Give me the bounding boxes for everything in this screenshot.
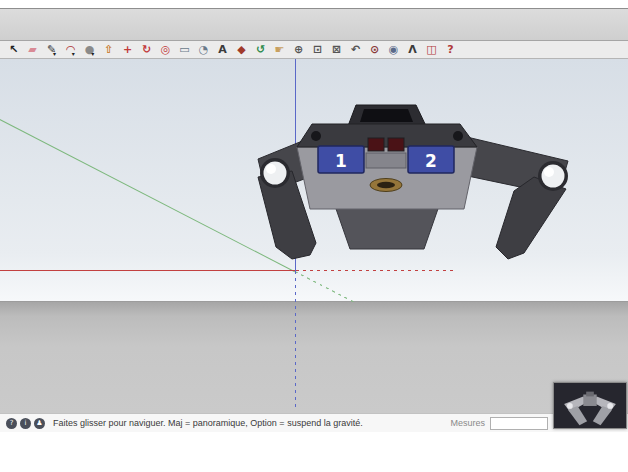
tool-protractor[interactable]: ◔ xyxy=(194,42,213,58)
title-bar[interactable] xyxy=(0,9,628,41)
viewport-3d[interactable]: 1 2 xyxy=(0,59,628,413)
intake-inner xyxy=(377,182,395,188)
left-sphere xyxy=(264,162,287,185)
tool-tape-measure[interactable]: ▭ xyxy=(175,42,194,58)
section-plane-icon: ◫ xyxy=(426,44,436,55)
tool-offset[interactable]: ◎ xyxy=(156,42,175,58)
tool-line[interactable]: ✎▾ xyxy=(42,42,61,58)
blue-axis-negative xyxy=(295,271,296,411)
move-icon: + xyxy=(123,44,132,55)
window-right xyxy=(388,138,404,151)
tool-zoom-extents[interactable]: ⊠ xyxy=(327,42,346,58)
paint-bucket-icon: ◆ xyxy=(237,44,245,55)
orbit-icon: ↺ xyxy=(256,44,265,55)
walk-icon: Λ xyxy=(408,44,417,55)
tool-rotate[interactable]: ↻ xyxy=(137,42,156,58)
right-sphere-highlight xyxy=(544,167,554,177)
tool-arc[interactable]: ◠▾ xyxy=(61,42,80,58)
ground-plane xyxy=(0,301,628,413)
tool-zoom-window[interactable]: ⊡ xyxy=(308,42,327,58)
tool-section-plane[interactable]: ◫ xyxy=(422,42,441,58)
tool-paint-bucket[interactable]: ◆ xyxy=(232,42,251,58)
window-left xyxy=(368,138,384,151)
green-axis-negative xyxy=(295,271,354,302)
panel-1-number: 1 xyxy=(335,151,347,171)
zoom-previous-icon: ↶ xyxy=(351,44,360,55)
model-3d[interactable]: 1 2 xyxy=(230,101,580,261)
left-sphere-highlight xyxy=(266,164,276,174)
tool-pan[interactable]: ☛ xyxy=(270,42,289,58)
rotate-icon: ↻ xyxy=(142,44,151,55)
measurements-label: Mesures xyxy=(450,418,485,428)
tool-move[interactable]: + xyxy=(118,42,137,58)
tool-push-pull[interactable]: ⇧ xyxy=(99,42,118,58)
dropdown-arrow-icon: ▾ xyxy=(53,50,56,57)
info-icon[interactable]: i xyxy=(20,418,31,429)
tool-zoom-previous[interactable]: ↶ xyxy=(346,42,365,58)
tool-walk[interactable]: Λ xyxy=(403,42,422,58)
help-icon[interactable]: ? xyxy=(6,418,17,429)
text-icon: A xyxy=(218,44,227,55)
right-sphere xyxy=(542,165,565,188)
status-icons: ?i♟ xyxy=(6,418,48,429)
eraser-icon: ▰ xyxy=(28,44,36,55)
left-joint xyxy=(311,131,321,141)
pan-icon: ☛ xyxy=(275,44,285,55)
select-icon: ↖ xyxy=(9,44,18,55)
tool-zoom[interactable]: ⊕ xyxy=(289,42,308,58)
tool-orbit[interactable]: ↺ xyxy=(251,42,270,58)
tool-shapes[interactable]: ●▾ xyxy=(80,42,99,58)
tool-select[interactable]: ↖ xyxy=(4,42,23,58)
tool-position-camera[interactable]: ⊙ xyxy=(365,42,384,58)
dropdown-arrow-icon: ▾ xyxy=(72,50,75,57)
toolbar: ↖▰✎▾◠▾●▾⇧+↻◎▭◔A◆↺☛⊕⊡⊠↶⊙◉Λ◫? xyxy=(0,41,628,59)
tool-instructor[interactable]: ? xyxy=(441,42,460,58)
sketchup-window: ↖▰✎▾◠▾●▾⇧+↻◎▭◔A◆↺☛⊕⊡⊠↶⊙◉Λ◫? xyxy=(0,8,628,431)
user-icon[interactable]: ♟ xyxy=(34,418,45,429)
status-hint: Faites glisser pour naviguer. Maj = pano… xyxy=(53,418,363,428)
tape-measure-icon: ▭ xyxy=(179,44,189,55)
tool-eraser[interactable]: ▰ xyxy=(23,42,42,58)
panel-2-number: 2 xyxy=(425,151,437,171)
preview-model xyxy=(554,383,626,428)
dropdown-arrow-icon: ▾ xyxy=(91,50,94,57)
red-axis-negative xyxy=(296,270,456,271)
zoom-window-icon: ⊡ xyxy=(313,44,322,55)
right-joint xyxy=(453,131,463,141)
red-axis xyxy=(0,270,295,271)
offset-icon: ◎ xyxy=(161,44,171,55)
look-around-icon: ◉ xyxy=(389,44,399,55)
tool-look-around[interactable]: ◉ xyxy=(384,42,403,58)
push-pull-icon: ⇧ xyxy=(104,44,113,55)
under-hull xyxy=(334,203,440,249)
measurements-input[interactable] xyxy=(490,417,548,430)
cockpit-window xyxy=(360,109,413,122)
position-camera-icon: ⊙ xyxy=(370,44,379,55)
hull-deck xyxy=(297,124,477,147)
zoom-extents-icon: ⊠ xyxy=(332,44,341,55)
tool-text[interactable]: A xyxy=(213,42,232,58)
protractor-icon: ◔ xyxy=(199,44,209,55)
instructor-icon: ? xyxy=(447,44,453,55)
center-panel xyxy=(366,153,406,168)
status-bar: ?i♟ Faites glisser pour naviguer. Maj = … xyxy=(0,413,628,432)
preview-thumbnail[interactable] xyxy=(553,382,627,429)
zoom-icon: ⊕ xyxy=(294,44,303,55)
